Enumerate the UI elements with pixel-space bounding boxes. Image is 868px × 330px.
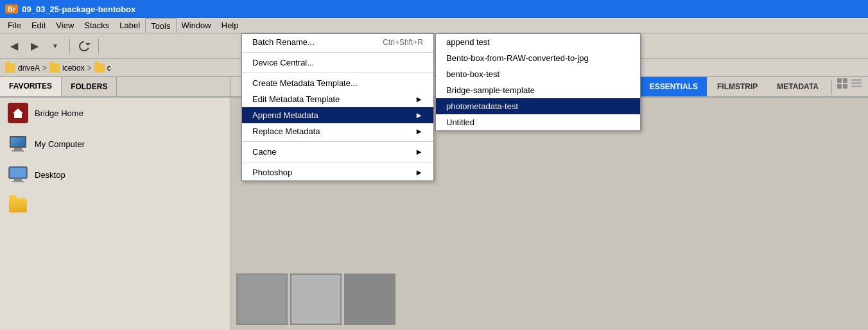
bridge-home-label: Bridge Home xyxy=(35,109,83,118)
menu-cache[interactable]: Cache ► xyxy=(242,144,433,160)
menu-append-metadata[interactable]: Append Metadata ► xyxy=(242,107,433,123)
svg-rect-11 xyxy=(12,181,24,182)
submenu-item-untitled[interactable]: Untitled xyxy=(436,114,640,130)
tools-sep-2 xyxy=(242,73,433,73)
menu-bar: File Edit View Stacks Label Tools Window… xyxy=(0,18,868,33)
menu-photoshop[interactable]: Photoshop ► xyxy=(242,164,433,180)
tools-dropdown-menu[interactable]: Batch Rename... Ctrl+Shft+R Device Centr… xyxy=(241,33,434,181)
toolbar-separator-2 xyxy=(98,39,99,54)
svg-rect-3 xyxy=(837,84,842,89)
folder-icon-2 xyxy=(49,64,60,73)
submenu-item-bento-test[interactable]: bento-box-test xyxy=(436,66,640,82)
menu-label[interactable]: Label xyxy=(114,18,145,33)
tab-metadata[interactable]: METADATA xyxy=(768,77,828,96)
tabs-sep xyxy=(831,80,832,95)
tools-sep-1 xyxy=(242,52,433,53)
menu-edit[interactable]: Edit xyxy=(26,18,51,33)
append-metadata-submenu[interactable]: append test Bento-box-from-RAW-converted… xyxy=(435,33,641,131)
svg-rect-1 xyxy=(837,78,842,83)
tab-folders[interactable]: FOLDERS xyxy=(62,77,117,96)
svg-marker-0 xyxy=(85,43,91,46)
sidebar: Bridge Home My Computer Des xyxy=(0,98,231,330)
arrow-cache: ► xyxy=(415,147,423,157)
menu-batch-rename[interactable]: Batch Rename... Ctrl+Shft+R xyxy=(242,34,433,50)
menu-edit-metadata-template[interactable]: Edit Metadata Template ► xyxy=(242,91,433,107)
list-view-icon[interactable] xyxy=(850,77,863,90)
refresh-button[interactable] xyxy=(75,37,93,55)
arrow-photoshop: ► xyxy=(415,168,423,177)
refresh-icon xyxy=(77,39,91,53)
window-title: 09_03_25-package-bentobox xyxy=(22,4,135,14)
svg-rect-4 xyxy=(843,84,847,89)
menu-create-metadata-template[interactable]: Create Metadata Template... xyxy=(242,75,433,91)
menu-file[interactable]: File xyxy=(3,18,26,33)
menu-tools[interactable]: Tools xyxy=(145,18,176,33)
arrow-edit-metadata: ► xyxy=(415,94,423,104)
submenu-item-bento-raw[interactable]: Bento-box-from-RAW-converted-to-jpg xyxy=(436,50,640,66)
menu-help[interactable]: Help xyxy=(216,18,244,33)
svg-rect-5 xyxy=(851,79,862,81)
breadcrumb-item-3[interactable]: c xyxy=(94,64,111,73)
menu-view[interactable]: View xyxy=(51,18,79,33)
submenu-item-photometadata[interactable]: photometadata-test xyxy=(436,98,640,114)
dropdown-button[interactable]: ▼ xyxy=(46,37,64,55)
thumbnail-2[interactable] xyxy=(290,274,342,325)
svg-rect-10 xyxy=(14,178,22,181)
breadcrumb-sep-1: > xyxy=(42,64,47,73)
app-badge: Br xyxy=(5,4,18,13)
my-computer-label: My Computer xyxy=(35,139,85,149)
sidebar-item-desktop[interactable]: Desktop xyxy=(0,159,230,190)
folder-icon xyxy=(5,64,15,73)
thumbnail-3[interactable] xyxy=(344,274,395,325)
menu-window[interactable]: Window xyxy=(177,18,216,33)
folder-icon-3 xyxy=(94,64,105,73)
svg-rect-7 xyxy=(851,85,862,87)
thumbnail-1[interactable] xyxy=(236,274,288,325)
breadcrumb-sep-2: > xyxy=(87,64,92,73)
arrow-replace-metadata: ► xyxy=(415,126,423,136)
tools-sep-3 xyxy=(242,141,433,142)
svg-marker-8 xyxy=(13,109,23,118)
tools-sep-4 xyxy=(242,162,433,162)
toolbar: ◀ ▶ ▼ xyxy=(0,33,868,59)
svg-rect-12 xyxy=(10,168,26,177)
desktop-icon xyxy=(8,164,28,185)
menu-replace-metadata[interactable]: Replace Metadata ► xyxy=(242,123,433,139)
left-tabs: FAVORITES FOLDERS xyxy=(0,77,231,96)
folder-item-icon xyxy=(8,195,28,216)
panels-row: FAVORITES FOLDERS ESSENTIALS FILMSTRIP M… xyxy=(0,77,868,98)
breadcrumb-item-1[interactable]: driveA xyxy=(5,64,40,73)
sidebar-item-bridge-home[interactable]: Bridge Home xyxy=(0,98,230,128)
svg-rect-6 xyxy=(851,82,862,84)
grid-view-icon[interactable] xyxy=(836,77,849,90)
title-bar: Br 09_03_25-package-bentobox xyxy=(0,0,868,18)
tab-essentials[interactable]: ESSENTIALS xyxy=(641,77,707,96)
breadcrumb-item-2[interactable]: icebox xyxy=(49,64,85,73)
main-content: Bridge Home My Computer Des xyxy=(0,98,868,330)
batch-rename-shortcut: Ctrl+Shft+R xyxy=(383,38,423,47)
menu-stacks[interactable]: Stacks xyxy=(79,18,114,33)
computer-icon xyxy=(8,134,28,154)
back-button[interactable]: ◀ xyxy=(5,37,23,55)
bridge-home-icon xyxy=(8,103,28,123)
sidebar-item-my-computer[interactable]: My Computer xyxy=(0,128,230,159)
menu-device-central[interactable]: Device Central... xyxy=(242,55,433,71)
breadcrumb-bar: driveA > icebox > c xyxy=(0,59,868,77)
tab-filmstrip[interactable]: FILMSTRIP xyxy=(708,77,767,96)
tab-favorites[interactable]: FAVORITES xyxy=(0,77,62,96)
thumbnail-row xyxy=(231,268,401,330)
sidebar-item-folder[interactable] xyxy=(0,190,230,221)
submenu-item-append-test[interactable]: append test xyxy=(436,34,640,50)
forward-button[interactable]: ▶ xyxy=(26,37,44,55)
svg-rect-2 xyxy=(843,78,847,83)
toolbar-separator-1 xyxy=(69,39,70,54)
desktop-label: Desktop xyxy=(35,170,65,180)
submenu-item-bridge-sample[interactable]: Bridge-sample-template xyxy=(436,82,640,98)
arrow-append-metadata: ► xyxy=(415,110,423,120)
